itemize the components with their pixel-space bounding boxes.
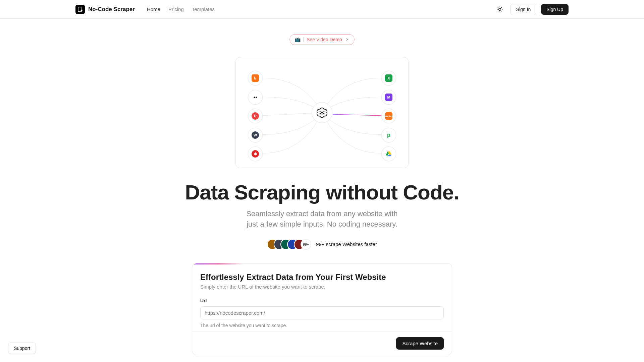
- theme-toggle[interactable]: [494, 3, 506, 15]
- chevron-right-icon: [345, 37, 350, 42]
- excel-icon: X: [381, 71, 396, 85]
- url-label: Url: [200, 298, 207, 303]
- svg-point-1: [498, 8, 501, 10]
- main-nav: Home Pricing Templates: [147, 6, 215, 12]
- video-demo-link[interactable]: 📺 See Video Demo: [289, 34, 355, 45]
- pipedrive-icon: p: [381, 128, 396, 142]
- url-input[interactable]: [200, 306, 444, 319]
- card-title: Effortlessly Extract Data from Your Firs…: [200, 273, 444, 282]
- url-hint: The url of the website you want to scrap…: [200, 323, 444, 328]
- make-icon: M: [381, 90, 396, 105]
- header: No-Code Scraper Home Pricing Templates S…: [0, 0, 644, 19]
- etsy-icon: E: [248, 71, 263, 85]
- gdrive-triangle: [385, 151, 392, 157]
- social-proof-text: 99+ scrape Websites faster: [316, 241, 377, 247]
- zapier-icon: zapier: [381, 109, 396, 123]
- card-subtitle: Simply enter the URL of the website you …: [200, 284, 444, 290]
- header-right: Sign In Sign Up: [494, 3, 569, 15]
- nav-pricing[interactable]: Pricing: [168, 6, 184, 12]
- main-content: 📺 See Video Demo: [0, 19, 644, 355]
- hero-title: Data Scraping without Code.: [185, 180, 459, 204]
- nav-templates[interactable]: Templates: [192, 6, 215, 12]
- sun-icon: [496, 6, 503, 13]
- sign-up-button[interactable]: Sign Up: [541, 4, 569, 15]
- svg-rect-0: [78, 7, 81, 12]
- social-proof: 99+ 99+ scrape Websites faster: [267, 239, 377, 250]
- wordpress-icon: W: [248, 128, 263, 142]
- support-button[interactable]: Support: [8, 343, 36, 354]
- scrape-website-button[interactable]: Scrape Website: [396, 337, 444, 350]
- logo-area[interactable]: No-Code Scraper: [75, 5, 135, 14]
- logo-icon: [75, 5, 85, 14]
- scrape-card: Effortlessly Extract Data from Your Firs…: [192, 263, 452, 355]
- producthunt-icon: P: [248, 109, 263, 123]
- yelp-icon: ✱: [248, 146, 263, 161]
- medium-icon: ●●: [248, 90, 263, 105]
- tv-icon: 📺: [294, 37, 301, 43]
- hero-subtitle: Seamlessly extract data from any website…: [246, 209, 397, 230]
- card-footer: Scrape Website: [192, 331, 452, 355]
- brand-name: No-Code Scraper: [88, 6, 135, 13]
- sign-in-button[interactable]: Sign In: [511, 4, 537, 15]
- header-left: No-Code Scraper Home Pricing Templates: [75, 5, 215, 14]
- url-form-group: Url The url of the website you want to s…: [200, 298, 444, 328]
- separator: [304, 37, 304, 42]
- openai-icon: [312, 102, 332, 123]
- avatar-count: 99+: [301, 239, 311, 250]
- video-demo-label: See Video Demo: [307, 37, 342, 42]
- gdrive-icon: [381, 146, 396, 161]
- avatar-stack: 99+: [267, 239, 311, 250]
- card-body: Effortlessly Extract Data from Your Firs…: [192, 264, 452, 331]
- integration-diagram: E ●● P W ✱ X M zapier p: [235, 57, 409, 168]
- nav-home[interactable]: Home: [147, 6, 160, 12]
